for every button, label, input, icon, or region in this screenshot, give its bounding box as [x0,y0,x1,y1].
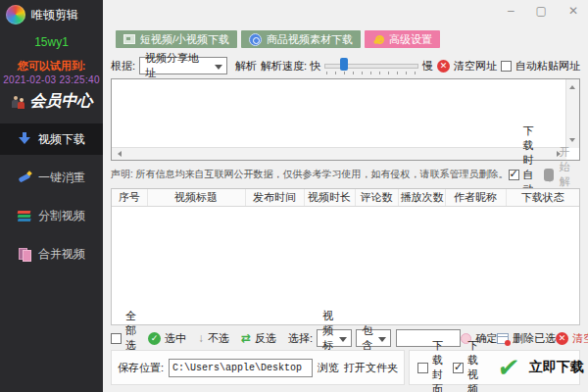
horizontal-scrollbar[interactable] [112,147,566,160]
scroll-left-icon [115,151,122,157]
tab-advanced-settings[interactable]: 高级设置 [365,30,440,48]
main-area: – ▢ ✕ 短视频/小视频下载 商品视频素材下载 高级设置 根据: 视频分享地址… [103,0,588,392]
col-duration[interactable]: 视频时长 [304,189,355,207]
filter-operator-select[interactable]: 包含 [356,329,391,347]
uncheck-button[interactable]: ↓ 不选 [198,331,229,346]
selection-bar: 全部选择 选中 ↓ 不选 ⇄ 反选 选择: 视频标题 包含 [111,329,580,347]
tab-short-video-download[interactable]: 短视频/小视频下载 [116,30,237,48]
app-brand: 唯顿剪辑 [6,5,78,24]
parse-bar: 根据: 视频分享地址 解析 解析速度: 快 慢 清空网址 自动粘贴网址 [111,56,580,75]
invert-label: 反选 [255,331,276,346]
scroll-up-icon [569,82,575,89]
check-label: 选中 [165,331,186,346]
table-header-row: 序号 视频标题 发布时间 视频时长 评论数 播放次数 作者昵称 下载状态 [112,189,579,207]
red-x-circle-icon [437,60,450,73]
download-video-checkbox[interactable] [453,363,464,373]
col-author[interactable]: 作者昵称 [445,189,506,207]
invert-selection-button[interactable]: ⇄ 反选 [241,331,276,346]
username: 15wy1 [0,35,103,49]
red-x-circle-icon [556,332,568,345]
col-plays[interactable]: 播放次数 [398,189,445,207]
auto-paste-label: 自动粘贴网址 [515,59,580,74]
clear-table-button[interactable]: 清空表格 [556,331,588,346]
tab-label: 高级设置 [389,32,432,47]
tab-label: 商品视频素材下载 [267,32,353,47]
scroll-down-icon [569,138,575,145]
slider-ticks [326,72,416,74]
save-path-input[interactable] [169,359,313,377]
download-cover-checkbox-group[interactable]: 下载封面 [417,338,443,392]
swap-arrows-icon: ⇄ [241,332,251,344]
download-cover-label: 下载封面 [432,338,443,392]
sidebar-item-split-video[interactable]: 分割视频 [0,200,103,231]
sidebar-menu: 视频下载 一键消重 分割视频 合并视频 [0,123,103,276]
select-all-checkbox[interactable] [111,333,122,344]
browse-button[interactable]: 浏览 [318,361,339,375]
wrench-icon [372,34,384,45]
member-person-icon [11,94,26,110]
clip-icon [123,34,135,44]
sidebar-item-dedupe[interactable]: 一键消重 [0,162,103,193]
video-table[interactable]: 序号 视频标题 发布时间 视频时长 评论数 播放次数 作者昵称 下载状态 [111,188,580,325]
minimize-button[interactable]: – [508,4,514,18]
source-type-select[interactable]: 视频分享地址 [139,57,227,74]
member-center-button[interactable]: 会员中心 [0,91,103,112]
close-button[interactable]: ✕ [568,4,578,18]
col-comments[interactable]: 评论数 [355,189,398,207]
slider-thumb[interactable] [340,58,348,71]
parse-button[interactable]: 解析 [235,59,257,74]
save-location-label: 保存位置: [118,361,164,375]
col-download-status[interactable]: 下载状态 [506,189,579,207]
chevron-down-icon [378,337,386,346]
tab-product-material-download[interactable]: 商品视频素材下载 [241,30,361,48]
clear-table-label: 清空表格 [572,331,588,346]
sidebar-item-merge-video[interactable]: 合并视频 [0,238,103,270]
top-tabs: 短视频/小视频下载 商品视频素材下载 高级设置 [116,30,440,48]
vertical-scrollbar[interactable] [565,79,579,148]
app-title: 唯顿剪辑 [31,7,78,24]
uncheck-label: 不选 [208,331,229,346]
filter-operator-value: 包含 [362,323,372,353]
disclaimer-text: 声明: 所有信息均来自互联网公开数据，仅供参考学习使用，如有侵权，请联系管理员删… [111,168,509,181]
globe-icon [249,33,262,46]
layers-icon [18,209,31,222]
fast-label: 快 [310,59,320,74]
col-index[interactable]: 序号 [112,189,147,207]
confirm-label: 确定 [475,331,497,346]
download-video-label: 下载视频 [467,338,478,392]
filter-field-select[interactable]: 视频标题 [317,329,352,347]
auto-parse-checkbox[interactable] [509,170,519,180]
notice-bar: 声明: 所有信息均来自互联网公开数据，仅供参考学习使用，如有侵权，请联系管理员删… [111,166,580,183]
download-arrow-icon [18,132,31,146]
download-now-button[interactable]: 立即下载 [529,359,584,376]
open-folder-button[interactable]: 打开文件夹 [344,361,398,375]
filter-label: 选择: [288,331,313,346]
col-publish-time[interactable]: 发布时间 [245,189,304,207]
maximize-button[interactable]: ▢ [536,4,547,18]
auto-paste-checkbox-group[interactable]: 自动粘贴网址 [501,59,580,74]
sidebar-item-video-download[interactable]: 视频下载 [0,123,103,155]
sidebar: 唯顿剪辑 15wy1 您可以试用到: 2021-02-03 23:25:40 会… [0,0,103,392]
auto-paste-checkbox[interactable] [501,61,512,72]
sidebar-item-label: 一键消重 [38,170,85,186]
download-cover-checkbox[interactable] [417,363,428,373]
slider-track [324,64,418,69]
pages-icon [18,247,31,261]
download-panel: 下载封面 下载视频 ✔ 立即下载 [409,350,580,385]
delete-selected-button[interactable]: 删除已选 [497,331,556,346]
check-button[interactable]: 选中 [148,331,186,346]
clear-urls-label: 清空网址 [454,59,497,74]
magic-wand-icon [18,171,31,184]
clear-urls-button[interactable]: 清空网址 [437,59,497,74]
tab-label: 短视频/小视频下载 [140,32,229,47]
trial-label: 您可以试用到: [0,59,103,74]
download-video-checkbox-group[interactable]: 下载视频 [453,338,478,392]
member-center-label: 会员中心 [30,91,93,112]
col-video-title[interactable]: 视频标题 [147,189,245,207]
delete-selected-label: 删除已选 [513,331,556,346]
source-type-value: 视频分享地址 [145,51,209,80]
sidebar-item-label: 分割视频 [38,208,85,224]
trial-expiry: 2021-02-03 23:25:40 [0,74,103,85]
parse-speed-slider[interactable] [324,57,418,74]
parse-speed-label: 解析速度: [261,59,307,74]
